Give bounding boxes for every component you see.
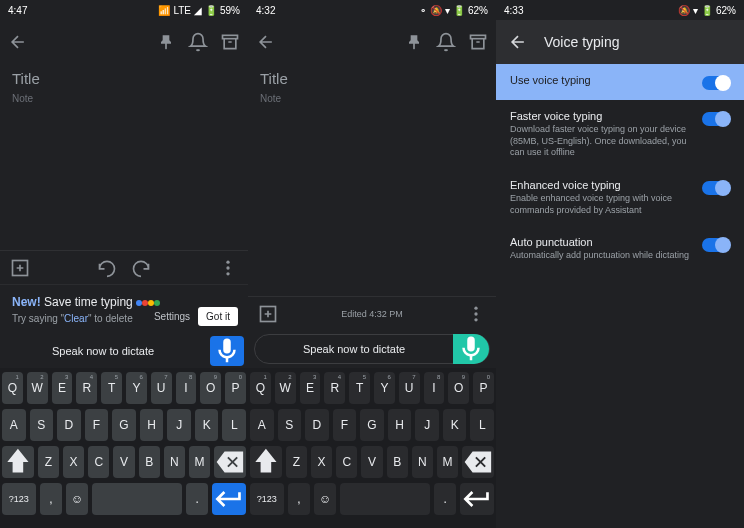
shift-key[interactable] [250, 446, 282, 478]
key-u[interactable]: U7 [399, 372, 420, 404]
more-icon[interactable] [218, 258, 238, 278]
toggle-switch[interactable] [702, 76, 730, 90]
key-s[interactable]: S [30, 409, 54, 441]
emoji-key[interactable]: ☺ [66, 483, 88, 515]
key-w[interactable]: W2 [27, 372, 48, 404]
key-h[interactable]: H [140, 409, 164, 441]
note-body[interactable]: Note [260, 93, 484, 104]
key-z[interactable]: Z [38, 446, 59, 478]
key-a[interactable]: A [250, 409, 274, 441]
key-r[interactable]: R4 [76, 372, 97, 404]
key-n[interactable]: N [164, 446, 185, 478]
key-z[interactable]: Z [286, 446, 307, 478]
key-k[interactable]: K [195, 409, 219, 441]
setting-auto-punctuation[interactable]: Auto punctuation Automatically add punct… [496, 226, 744, 272]
enter-key[interactable] [460, 483, 494, 515]
key-j[interactable]: J [415, 409, 439, 441]
key-c[interactable]: C [88, 446, 109, 478]
back-icon[interactable] [508, 32, 528, 52]
note-title[interactable]: Title [260, 70, 484, 87]
period-key[interactable]: . [434, 483, 456, 515]
backspace-key[interactable] [462, 446, 494, 478]
reminder-icon[interactable] [436, 32, 456, 52]
key-s[interactable]: S [278, 409, 302, 441]
key-l[interactable]: L [222, 409, 246, 441]
key-f[interactable]: F [333, 409, 357, 441]
pin-icon[interactable] [156, 32, 176, 52]
shift-key[interactable] [2, 446, 34, 478]
key-q[interactable]: Q1 [250, 372, 271, 404]
key-p[interactable]: P0 [473, 372, 494, 404]
key-w[interactable]: W2 [275, 372, 296, 404]
key-o[interactable]: O9 [200, 372, 221, 404]
key-n[interactable]: N [412, 446, 433, 478]
key-b[interactable]: B [139, 446, 160, 478]
key-d[interactable]: D [305, 409, 329, 441]
key-v[interactable]: V [361, 446, 382, 478]
pin-icon[interactable] [404, 32, 424, 52]
add-box-icon[interactable] [10, 258, 30, 278]
promo-gotit-button[interactable]: Got it [198, 307, 238, 326]
key-h[interactable]: H [388, 409, 412, 441]
mic-button[interactable] [453, 334, 489, 364]
redo-icon[interactable] [131, 258, 151, 278]
key-c[interactable]: C [336, 446, 357, 478]
more-icon[interactable] [466, 304, 486, 324]
setting-enhanced-voice-typing[interactable]: Enhanced voice typing Enable enhanced vo… [496, 169, 744, 226]
enter-key[interactable] [212, 483, 246, 515]
back-icon[interactable] [256, 32, 276, 52]
note-editor[interactable]: Title Note [248, 64, 496, 296]
comma-key[interactable]: , [40, 483, 62, 515]
setting-use-voice-typing[interactable]: Use voice typing [496, 64, 744, 100]
key-e[interactable]: E3 [52, 372, 73, 404]
key-m[interactable]: M [437, 446, 458, 478]
key-g[interactable]: G [360, 409, 384, 441]
key-d[interactable]: D [57, 409, 81, 441]
symbols-key[interactable]: ?123 [250, 483, 284, 515]
toggle-switch[interactable] [702, 181, 730, 195]
key-o[interactable]: O9 [448, 372, 469, 404]
key-a[interactable]: A [2, 409, 26, 441]
key-g[interactable]: G [112, 409, 136, 441]
key-q[interactable]: Q1 [2, 372, 23, 404]
backspace-key[interactable] [214, 446, 246, 478]
setting-faster-voice-typing[interactable]: Faster voice typing Download faster voic… [496, 100, 744, 169]
comma-key[interactable]: , [288, 483, 310, 515]
toggle-switch[interactable] [702, 238, 730, 252]
toggle-switch[interactable] [702, 112, 730, 126]
space-key[interactable] [92, 483, 182, 515]
symbols-key[interactable]: ?123 [2, 483, 36, 515]
key-j[interactable]: J [167, 409, 191, 441]
note-title[interactable]: Title [12, 70, 236, 87]
key-i[interactable]: I8 [176, 372, 197, 404]
period-key[interactable]: . [186, 483, 208, 515]
key-p[interactable]: P0 [225, 372, 246, 404]
back-icon[interactable] [8, 32, 28, 52]
key-u[interactable]: U7 [151, 372, 172, 404]
archive-icon[interactable] [468, 32, 488, 52]
reminder-icon[interactable] [188, 32, 208, 52]
promo-settings-link[interactable]: Settings [154, 311, 190, 322]
mic-button[interactable] [210, 336, 244, 366]
key-r[interactable]: R4 [324, 372, 345, 404]
key-k[interactable]: K [443, 409, 467, 441]
key-t[interactable]: T5 [349, 372, 370, 404]
key-y[interactable]: Y6 [374, 372, 395, 404]
key-m[interactable]: M [189, 446, 210, 478]
key-x[interactable]: X [63, 446, 84, 478]
key-l[interactable]: L [470, 409, 494, 441]
space-key[interactable] [340, 483, 430, 515]
key-b[interactable]: B [387, 446, 408, 478]
add-box-icon[interactable] [258, 304, 278, 324]
undo-icon[interactable] [97, 258, 117, 278]
key-t[interactable]: T5 [101, 372, 122, 404]
key-x[interactable]: X [311, 446, 332, 478]
key-v[interactable]: V [113, 446, 134, 478]
key-y[interactable]: Y6 [126, 372, 147, 404]
note-body[interactable]: Note [12, 93, 236, 104]
note-editor[interactable]: Title Note [0, 64, 248, 250]
emoji-key[interactable]: ☺ [314, 483, 336, 515]
archive-icon[interactable] [220, 32, 240, 52]
key-f[interactable]: F [85, 409, 109, 441]
key-i[interactable]: I8 [424, 372, 445, 404]
